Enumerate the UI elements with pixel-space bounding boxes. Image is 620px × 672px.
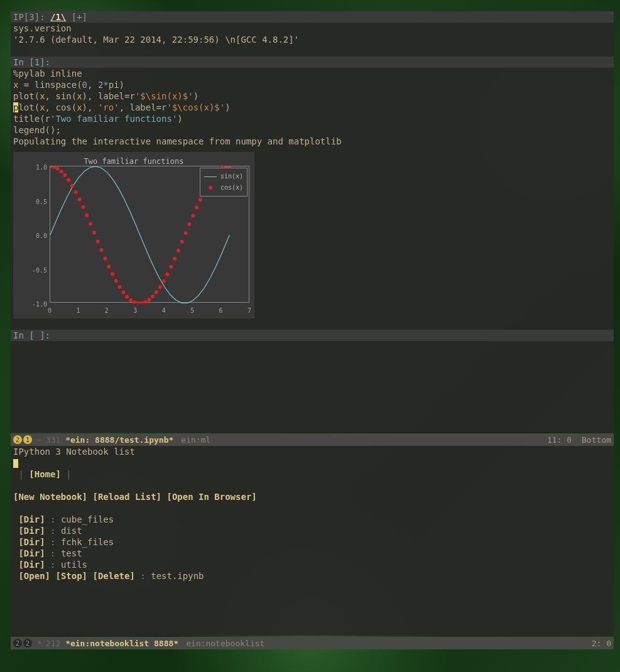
home-link[interactable]: [Home] [29,469,61,479]
nb-dir-row: [Dir] : fchk_files [11,536,614,548]
svg-point-12 [92,231,96,235]
cell2-body[interactable] [11,341,614,352]
cell2-prompt[interactable]: In [ ]: [11,330,614,341]
dir-tag[interactable]: [Dir] [18,526,45,536]
chart-plot: sin(x) cos(x) [50,166,249,303]
svg-point-15 [103,257,107,261]
xtick: 6 [215,305,227,317]
delete-button[interactable]: [Delete] [92,571,134,581]
modeline-top: 2 1 − 331 *ein: 8888/test.ipynb* ein:ml … [11,433,614,446]
ytick: 0.5 [28,197,47,208]
cell1-line1[interactable]: %pylab inline [11,68,614,79]
svg-point-20 [122,291,126,295]
dir-name[interactable]: fchk_files [61,537,114,547]
svg-point-38 [187,222,191,226]
svg-point-31 [162,279,166,283]
svg-point-30 [158,285,162,289]
notebooklist-panel: IPython 3 Notebook list | [Home] | [New … [11,446,614,636]
cell1-output: Populating the interactive namespace fro… [11,136,614,147]
svg-point-40 [195,205,199,209]
legend-line-icon [204,176,217,177]
notebook-panel: IP[3]: /1\ [+] sys.version '2.7.6 (defau… [11,11,614,432]
svg-point-1 [52,166,56,169]
dir-name[interactable]: cube_files [61,514,114,524]
dir-name[interactable]: dist [61,526,82,536]
cursor-2 [13,459,18,468]
svg-point-0 [50,166,52,168]
window-indicator-2[interactable]: 2 [13,435,22,444]
open-button[interactable]: [Open] [18,571,50,581]
xtick: 2 [101,305,113,317]
svg-point-24 [136,301,140,303]
svg-point-4 [63,173,67,177]
nb-file-row: [Open] [Stop] [Delete] : test.ipynb [11,570,614,582]
window-indicator-2c[interactable]: 2 [23,639,32,648]
cell0-output-line1: sys.version [11,23,614,34]
xtick: 4 [158,305,170,317]
xtick: 1 [72,305,84,317]
open-in-browser-button[interactable]: [Open In Browser] [166,492,256,502]
chart-legend: sin(x) cos(x) [200,168,247,197]
cell1-line6[interactable]: legend(); [11,124,614,136]
svg-point-41 [199,198,202,202]
cell1-line5[interactable]: title(r'Two familiar functions') [11,113,614,124]
svg-point-9 [81,205,85,209]
nblist-actions: [New Notebook] [Reload List] [Open In Br… [11,491,614,502]
buffer-name[interactable]: *ein: 8888/test.ipynb* [65,435,173,445]
svg-point-16 [107,264,111,268]
dir-tag[interactable]: [Dir] [18,514,45,524]
svg-point-21 [125,295,129,298]
svg-point-26 [144,300,148,303]
dir-tag[interactable]: [Dir] [18,548,45,558]
window-indicator-1[interactable]: 1 [23,435,32,444]
svg-point-22 [129,298,133,302]
xtick: 0 [43,305,56,317]
modeline-bottom: 2 2 * 212 *ein:notebooklist 8888* ein:no… [11,637,614,649]
svg-point-13 [96,240,100,244]
svg-point-29 [155,290,158,294]
svg-point-36 [180,240,184,244]
svg-point-7 [74,190,78,194]
svg-point-17 [111,272,114,276]
dir-name[interactable]: utils [61,560,87,570]
cell1-line3[interactable]: plot(x, sin(x), label=r'$\sin(x)$') [11,90,614,102]
svg-point-8 [78,197,82,201]
dir-name[interactable]: test [61,548,82,558]
svg-point-37 [184,231,188,235]
svg-point-35 [177,249,180,252]
window-indicator-2b[interactable]: 2 [13,639,22,648]
ytick: 1.0 [28,162,47,173]
cell1-prompt[interactable]: In [1]: [11,57,614,68]
legend-dot-icon [204,186,217,190]
new-notebook-button[interactable]: [New Notebook] [13,492,87,502]
buffer-name-2[interactable]: *ein:notebooklist 8888* [65,639,178,648]
chart: Two familiar functions sin(x) cos(x) -1.… [13,152,254,318]
xtick: 3 [129,305,141,317]
svg-point-3 [60,170,63,173]
nb-dir-row: [Dir] : cube_files [11,514,614,525]
svg-point-27 [147,298,151,301]
svg-point-14 [100,248,104,252]
nb-dir-row: [Dir] : dist [11,525,614,536]
ytick: -0.5 [28,265,47,276]
stop-button[interactable]: [Stop] [55,571,87,581]
svg-point-28 [151,295,155,298]
svg-point-23 [133,301,136,303]
reload-list-button[interactable]: [Reload List] [92,492,161,502]
svg-point-19 [118,285,122,289]
svg-point-2 [56,167,60,171]
svg-point-32 [165,273,169,276]
xtick: 7 [243,305,256,317]
major-mode: ein:ml [181,435,210,445]
svg-point-34 [173,257,177,261]
dir-tag[interactable]: [Dir] [18,560,45,570]
cell1-line4[interactable]: plot(x, cos(x), 'ro', label=r'$\cos(x)$'… [11,102,614,113]
svg-point-10 [85,214,89,217]
svg-point-25 [140,301,144,303]
svg-point-5 [67,178,70,182]
svg-point-39 [191,214,195,217]
cell1-line2[interactable]: x = linspace(0, 2*pi) [11,79,614,90]
dir-tag[interactable]: [Dir] [18,537,45,547]
nblist-title: IPython 3 Notebook list [11,446,614,457]
nb-dir-row: [Dir] : utils [11,559,614,570]
